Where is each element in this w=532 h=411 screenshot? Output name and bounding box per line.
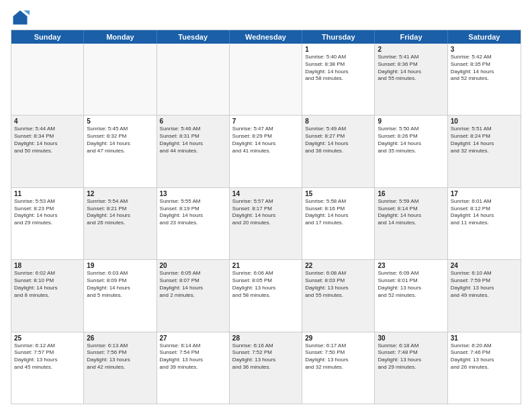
cell-day-number: 27 xyxy=(160,334,226,342)
calendar-cell-9: 9Sunrise: 5:50 AM Sunset: 8:26 PM Daylig… xyxy=(375,116,447,187)
calendar-cell-10: 10Sunrise: 5:51 AM Sunset: 8:24 PM Dayli… xyxy=(448,116,521,187)
cell-info-text: Sunrise: 6:17 AM Sunset: 7:50 PM Dayligh… xyxy=(305,342,371,371)
cell-day-number: 19 xyxy=(87,262,153,269)
calendar-cell-20: 20Sunrise: 6:05 AM Sunset: 8:07 PM Dayli… xyxy=(157,260,230,331)
cell-info-text: Sunrise: 5:55 AM Sunset: 8:19 PM Dayligh… xyxy=(160,198,226,227)
calendar-cell-14: 14Sunrise: 5:57 AM Sunset: 8:17 PM Dayli… xyxy=(230,188,302,259)
calendar-cell-17: 17Sunrise: 6:01 AM Sunset: 8:12 PM Dayli… xyxy=(448,188,521,259)
svg-marker-0 xyxy=(13,11,28,25)
cell-info-text: Sunrise: 6:01 AM Sunset: 8:12 PM Dayligh… xyxy=(451,198,518,227)
cell-day-number: 11 xyxy=(14,190,81,197)
calendar-cell-2: 2Sunrise: 5:41 AM Sunset: 8:36 PM Daylig… xyxy=(375,44,447,115)
cell-info-text: Sunrise: 5:44 AM Sunset: 8:34 PM Dayligh… xyxy=(14,126,81,154)
calendar-cell-25: 25Sunrise: 6:12 AM Sunset: 7:57 PM Dayli… xyxy=(11,332,84,404)
calendar-cell-5: 5Sunrise: 5:45 AM Sunset: 8:32 PM Daylig… xyxy=(84,116,157,187)
calendar-row-1: 4Sunrise: 5:44 AM Sunset: 8:34 PM Daylig… xyxy=(11,116,521,187)
cell-day-number: 15 xyxy=(305,190,371,197)
logo xyxy=(11,8,32,27)
calendar-row-3: 18Sunrise: 6:02 AM Sunset: 8:10 PM Dayli… xyxy=(11,260,521,332)
calendar-cell-31: 31Sunrise: 6:20 AM Sunset: 7:46 PM Dayli… xyxy=(448,332,521,404)
calendar-cell-27: 27Sunrise: 6:14 AM Sunset: 7:54 PM Dayli… xyxy=(157,332,230,404)
cell-info-text: Sunrise: 5:57 AM Sunset: 8:17 PM Dayligh… xyxy=(232,198,299,227)
cell-info-text: Sunrise: 5:49 AM Sunset: 8:27 PM Dayligh… xyxy=(305,126,371,154)
calendar-cell-8: 8Sunrise: 5:49 AM Sunset: 8:27 PM Daylig… xyxy=(302,116,375,187)
cell-info-text: Sunrise: 6:14 AM Sunset: 7:54 PM Dayligh… xyxy=(160,342,226,371)
day-header-sunday: Sunday xyxy=(11,30,84,44)
page: SundayMondayTuesdayWednesdayThursdayFrid… xyxy=(0,0,532,411)
calendar-row-4: 25Sunrise: 6:12 AM Sunset: 7:57 PM Dayli… xyxy=(11,332,521,404)
cell-info-text: Sunrise: 5:47 AM Sunset: 8:29 PM Dayligh… xyxy=(232,126,299,154)
cell-day-number: 16 xyxy=(378,190,444,197)
cell-info-text: Sunrise: 5:46 AM Sunset: 8:31 PM Dayligh… xyxy=(160,126,226,154)
cell-day-number: 14 xyxy=(232,190,299,197)
calendar: SundayMondayTuesdayWednesdayThursdayFrid… xyxy=(11,30,521,404)
calendar-cell-empty-0-2 xyxy=(157,44,230,115)
calendar-cell-empty-0-0 xyxy=(11,44,84,115)
calendar-row-2: 11Sunrise: 5:53 AM Sunset: 8:23 PM Dayli… xyxy=(11,188,521,260)
cell-day-number: 21 xyxy=(232,262,299,269)
cell-info-text: Sunrise: 6:02 AM Sunset: 8:10 PM Dayligh… xyxy=(14,270,81,299)
calendar-cell-22: 22Sunrise: 6:08 AM Sunset: 8:03 PM Dayli… xyxy=(302,260,375,331)
cell-info-text: Sunrise: 5:45 AM Sunset: 8:32 PM Dayligh… xyxy=(87,126,153,154)
calendar-cell-30: 30Sunrise: 6:18 AM Sunset: 7:48 PM Dayli… xyxy=(375,332,447,404)
calendar-cell-6: 6Sunrise: 5:46 AM Sunset: 8:31 PM Daylig… xyxy=(157,116,230,187)
calendar-cell-24: 24Sunrise: 6:10 AM Sunset: 7:59 PM Dayli… xyxy=(448,260,521,331)
cell-day-number: 26 xyxy=(87,334,153,342)
calendar-cell-28: 28Sunrise: 6:16 AM Sunset: 7:52 PM Dayli… xyxy=(230,332,302,404)
calendar-cell-26: 26Sunrise: 6:13 AM Sunset: 7:56 PM Dayli… xyxy=(84,332,157,404)
logo-icon xyxy=(11,8,30,27)
calendar-cell-12: 12Sunrise: 5:54 AM Sunset: 8:21 PM Dayli… xyxy=(84,188,157,259)
cell-info-text: Sunrise: 5:40 AM Sunset: 8:38 PM Dayligh… xyxy=(305,54,371,83)
cell-day-number: 6 xyxy=(160,118,226,125)
day-header-tuesday: Tuesday xyxy=(157,30,230,44)
cell-info-text: Sunrise: 6:16 AM Sunset: 7:52 PM Dayligh… xyxy=(232,342,299,371)
cell-info-text: Sunrise: 6:09 AM Sunset: 8:01 PM Dayligh… xyxy=(378,270,444,299)
calendar-cell-15: 15Sunrise: 5:58 AM Sunset: 8:16 PM Dayli… xyxy=(302,188,375,259)
calendar-cell-18: 18Sunrise: 6:02 AM Sunset: 8:10 PM Dayli… xyxy=(11,260,84,331)
cell-info-text: Sunrise: 5:53 AM Sunset: 8:23 PM Dayligh… xyxy=(14,198,81,227)
calendar-body: 1Sunrise: 5:40 AM Sunset: 8:38 PM Daylig… xyxy=(11,44,521,404)
calendar-cell-21: 21Sunrise: 6:06 AM Sunset: 8:05 PM Dayli… xyxy=(230,260,302,331)
cell-day-number: 25 xyxy=(14,334,81,342)
cell-day-number: 2 xyxy=(378,46,444,53)
calendar-cell-3: 3Sunrise: 5:42 AM Sunset: 8:35 PM Daylig… xyxy=(448,44,521,115)
cell-info-text: Sunrise: 5:42 AM Sunset: 8:35 PM Dayligh… xyxy=(451,54,518,83)
cell-info-text: Sunrise: 6:05 AM Sunset: 8:07 PM Dayligh… xyxy=(160,270,226,299)
cell-day-number: 8 xyxy=(305,118,371,125)
calendar-cell-4: 4Sunrise: 5:44 AM Sunset: 8:34 PM Daylig… xyxy=(11,116,84,187)
day-header-saturday: Saturday xyxy=(448,30,521,44)
cell-day-number: 18 xyxy=(14,262,81,269)
cell-day-number: 17 xyxy=(451,190,518,197)
cell-day-number: 9 xyxy=(378,118,444,125)
cell-day-number: 31 xyxy=(451,334,518,342)
cell-info-text: Sunrise: 5:59 AM Sunset: 8:14 PM Dayligh… xyxy=(378,198,444,227)
calendar-cell-23: 23Sunrise: 6:09 AM Sunset: 8:01 PM Dayli… xyxy=(375,260,447,331)
day-header-thursday: Thursday xyxy=(302,30,375,44)
calendar-row-0: 1Sunrise: 5:40 AM Sunset: 8:38 PM Daylig… xyxy=(11,44,521,116)
cell-day-number: 13 xyxy=(160,190,226,197)
day-header-monday: Monday xyxy=(84,30,157,44)
day-header-friday: Friday xyxy=(375,30,447,44)
day-header-wednesday: Wednesday xyxy=(230,30,302,44)
cell-day-number: 24 xyxy=(451,262,518,269)
calendar-cell-29: 29Sunrise: 6:17 AM Sunset: 7:50 PM Dayli… xyxy=(302,332,375,404)
calendar-cell-16: 16Sunrise: 5:59 AM Sunset: 8:14 PM Dayli… xyxy=(375,188,447,259)
cell-day-number: 23 xyxy=(378,262,444,269)
calendar-cell-11: 11Sunrise: 5:53 AM Sunset: 8:23 PM Dayli… xyxy=(11,188,84,259)
cell-day-number: 29 xyxy=(305,334,371,342)
cell-day-number: 22 xyxy=(305,262,371,269)
cell-info-text: Sunrise: 5:54 AM Sunset: 8:21 PM Dayligh… xyxy=(87,198,153,227)
cell-day-number: 20 xyxy=(160,262,226,269)
calendar-cell-7: 7Sunrise: 5:47 AM Sunset: 8:29 PM Daylig… xyxy=(230,116,302,187)
cell-info-text: Sunrise: 6:10 AM Sunset: 7:59 PM Dayligh… xyxy=(451,270,518,299)
cell-day-number: 4 xyxy=(14,118,81,125)
calendar-cell-13: 13Sunrise: 5:55 AM Sunset: 8:19 PM Dayli… xyxy=(157,188,230,259)
cell-day-number: 30 xyxy=(378,334,444,342)
cell-day-number: 10 xyxy=(451,118,518,125)
cell-info-text: Sunrise: 5:58 AM Sunset: 8:16 PM Dayligh… xyxy=(305,198,371,227)
cell-info-text: Sunrise: 6:20 AM Sunset: 7:46 PM Dayligh… xyxy=(451,342,518,371)
cell-day-number: 12 xyxy=(87,190,153,197)
calendar-cell-19: 19Sunrise: 6:03 AM Sunset: 8:09 PM Dayli… xyxy=(84,260,157,331)
cell-day-number: 28 xyxy=(232,334,299,342)
cell-info-text: Sunrise: 5:41 AM Sunset: 8:36 PM Dayligh… xyxy=(378,54,444,83)
